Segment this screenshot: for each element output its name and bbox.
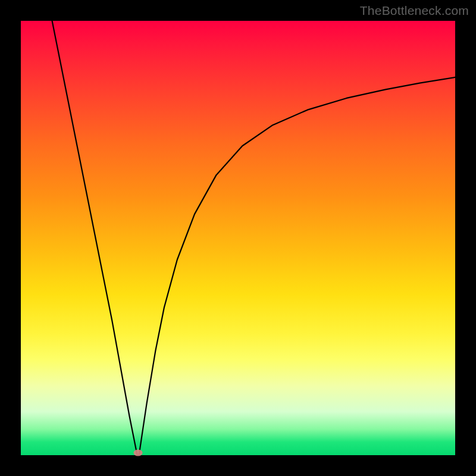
curve-path bbox=[52, 21, 455, 455]
watermark-text: TheBottleneck.com bbox=[360, 4, 469, 18]
plot-area bbox=[21, 21, 455, 455]
bottleneck-curve bbox=[21, 21, 455, 455]
vertex-marker bbox=[134, 449, 143, 456]
chart-frame: TheBottleneck.com bbox=[0, 0, 476, 476]
